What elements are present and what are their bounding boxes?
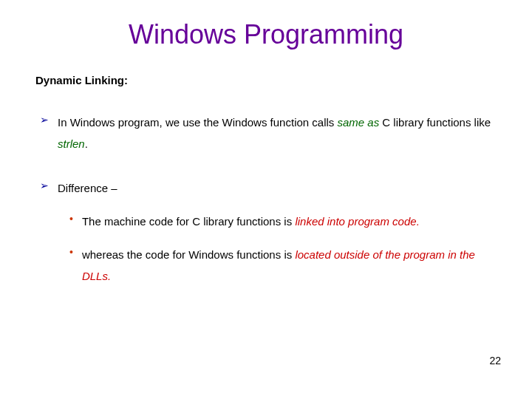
slide-title: Windows Programming xyxy=(35,19,497,50)
inner-list: • The machine code for C library functio… xyxy=(40,211,497,287)
item-text: The machine code for C library functions… xyxy=(82,211,420,232)
list-item: ➢ Difference – • The machine code for C … xyxy=(40,177,497,287)
text-fragment: . xyxy=(85,137,88,150)
bullet-icon: • xyxy=(69,211,73,228)
outer-list: ➢ In Windows program, we use the Windows… xyxy=(35,112,497,287)
list-item: • The machine code for C library functio… xyxy=(69,211,497,232)
emphasis: strlen xyxy=(58,137,85,150)
text-fragment: whereas the code for Windows functions i… xyxy=(82,248,295,261)
emphasis: same as xyxy=(338,116,380,129)
arrow-icon: ➢ xyxy=(40,112,49,129)
list-item: ➢ In Windows program, we use the Windows… xyxy=(40,112,497,155)
bullet-icon: • xyxy=(69,244,73,262)
emphasis: linked into program code. xyxy=(295,215,419,228)
page-number: 22 xyxy=(489,355,501,366)
list-item: • whereas the code for Windows functions… xyxy=(69,244,497,287)
item-text: Difference – xyxy=(58,177,117,199)
item-text: whereas the code for Windows functions i… xyxy=(82,244,497,287)
text-fragment: C library functions like xyxy=(379,116,491,129)
slide: Windows Programming Dynamic Linking: ➢ I… xyxy=(0,0,532,399)
text-fragment: The machine code for C library functions… xyxy=(82,215,295,228)
arrow-icon: ➢ xyxy=(40,177,49,195)
subheading: Dynamic Linking: xyxy=(35,74,497,86)
text-fragment: In Windows program, we use the Windows f… xyxy=(58,116,338,129)
item-text: In Windows program, we use the Windows f… xyxy=(58,112,497,155)
